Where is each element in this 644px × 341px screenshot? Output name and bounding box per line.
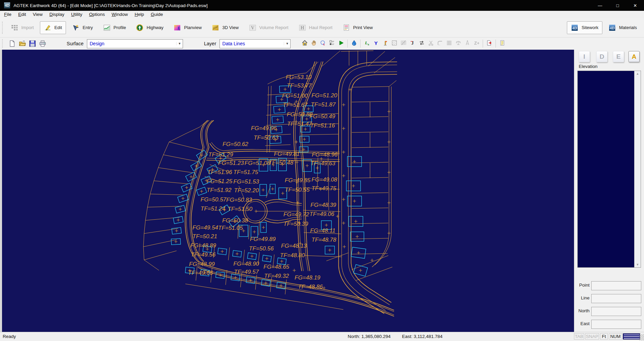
mode-button-a[interactable]: A — [628, 51, 640, 62]
chevron-down-icon[interactable]: ▼ — [284, 42, 290, 45]
menu-window[interactable]: Window — [108, 11, 131, 18]
resize-grip[interactable] — [639, 334, 644, 340]
indicator-snap[interactable]: SNAP — [585, 333, 599, 340]
volume-v-icon: V — [249, 24, 256, 31]
surface-combobox[interactable]: Design ▼ — [87, 39, 183, 48]
status-bar: Ready North: 1,365,080.294 East: 3,112,4… — [0, 332, 644, 341]
maximize-button[interactable]: □ — [609, 0, 626, 11]
highway-button[interactable]: Highway — [132, 21, 167, 34]
zoom-magnifier-button[interactable] — [319, 40, 327, 48]
pad-center-cross-icon — [352, 185, 355, 188]
toolbar-grip[interactable] — [2, 39, 4, 48]
save-floppy-button[interactable] — [29, 40, 36, 47]
elevation-label-text: FG=48.89 — [190, 242, 216, 249]
point-input[interactable] — [591, 281, 641, 290]
title-bar: 4D AGTEK Earthwork 4D (64) - [Edit Mode]… — [0, 0, 644, 11]
elevation-label-text: TF=51.92 — [207, 187, 232, 193]
pad-center-cross-icon — [356, 235, 359, 238]
inc-dec-button[interactable] — [328, 40, 336, 48]
pole-flag-button[interactable] — [381, 40, 389, 48]
pad-center-cross-icon — [221, 250, 224, 253]
close-button[interactable]: ✕ — [626, 0, 644, 11]
field-row-north: North — [574, 307, 644, 315]
3d-view-button[interactable]: 3D View — [208, 21, 243, 34]
east-input[interactable] — [591, 320, 641, 329]
north-input[interactable] — [591, 307, 641, 316]
menu-guide[interactable]: Guide — [147, 11, 166, 18]
logo-4d-icon: 4D — [608, 24, 616, 31]
cad-drawing[interactable]: FG=53.10TF=53.77FG=51.00FG=51.20TF=51.67… — [2, 50, 574, 332]
open-folder-button[interactable] — [19, 40, 26, 47]
line-input[interactable] — [591, 294, 641, 303]
profile-button[interactable]: Profile — [99, 21, 130, 34]
button-label: Import — [21, 25, 34, 30]
menu-utility[interactable]: Utility — [68, 11, 86, 18]
fillet-corner-icon — [437, 40, 443, 47]
pad-center-cross-icon — [316, 167, 319, 170]
export-page-button[interactable] — [485, 40, 493, 48]
scroll-down-icon[interactable]: ▼ — [636, 262, 639, 267]
volume-report-button[interactable]: VVolume Report — [245, 21, 293, 34]
elevation-label-text: FG=53.10 — [286, 74, 312, 80]
mode-button-i[interactable]: I — [579, 51, 590, 62]
materials-button[interactable]: 4DMaterials — [604, 21, 641, 34]
menu-edit[interactable]: Edit — [15, 11, 29, 18]
button-label: Print View — [353, 25, 373, 30]
toolbar-separator — [496, 40, 496, 48]
cad-canvas[interactable]: FG=53.10TF=53.77FG=51.00FG=51.20TF=51.67… — [0, 50, 574, 332]
elevation-label-text: FG=51.25 — [207, 178, 233, 185]
menu-display[interactable]: Display — [46, 11, 68, 18]
hatch-button[interactable] — [390, 40, 398, 48]
wye-button[interactable]: Y — [372, 40, 380, 48]
chevron-down-icon[interactable]: ▼ — [176, 42, 183, 45]
columns-icon — [446, 40, 452, 47]
print-view-button[interactable]: Print View — [339, 21, 377, 34]
indicator-num[interactable]: NUM — [609, 333, 622, 340]
minimize-button[interactable]: — — [591, 0, 609, 11]
tick-cross-icon — [342, 103, 345, 106]
menu-view[interactable]: View — [29, 11, 46, 18]
mode-button-e[interactable]: E — [613, 51, 624, 62]
layer-label: Layer — [204, 41, 216, 46]
menu-file[interactable]: File — [1, 11, 15, 18]
elevation-label-text: TF=51.05 — [218, 225, 243, 231]
indicator-tab[interactable]: TAB — [574, 333, 584, 340]
elevation-label-text: FG=50.49 — [309, 113, 336, 120]
water-drop-button[interactable] — [350, 40, 358, 48]
line-label-button[interactable]: Ls — [363, 40, 371, 48]
haul-report-button[interactable]: HHaul Report — [295, 21, 337, 34]
pan-hand-icon — [311, 40, 317, 47]
elevation-scrollbar[interactable]: ▲ ▼ — [634, 71, 641, 267]
menu-options[interactable]: Options — [86, 11, 108, 18]
status-meter — [623, 333, 640, 340]
scroll-up-icon[interactable]: ▲ — [636, 71, 639, 76]
table-strike-icon — [400, 40, 407, 47]
home-button[interactable] — [301, 40, 308, 48]
track-arrow-button[interactable] — [337, 40, 345, 48]
pad-center-cross-icon — [262, 189, 265, 192]
indicator-ft[interactable]: Ft — [600, 333, 608, 340]
new-document-button[interactable] — [8, 40, 16, 47]
entry-button[interactable]: Entry — [68, 21, 97, 34]
notes-page-button[interactable] — [498, 40, 506, 48]
pan-hand-button[interactable] — [310, 40, 318, 48]
pad-center-cross-icon — [182, 197, 185, 200]
point-label: Point — [579, 283, 590, 288]
pad-center-cross-icon — [325, 224, 328, 227]
mode-button-d[interactable]: D — [596, 51, 607, 62]
sitework-button[interactable]: 4DSitework — [567, 21, 602, 34]
elevation-label-text: TF=51.96 — [207, 169, 232, 175]
elevation-listbox[interactable]: ▲ ▼ — [577, 71, 641, 268]
toolbar-grip[interactable] — [2, 22, 4, 34]
swap-arrows-button[interactable] — [418, 40, 426, 48]
planview-button[interactable]: FPlanview — [169, 21, 206, 34]
edit-button[interactable]: Edit — [40, 21, 66, 34]
import-button[interactable]: Import — [7, 21, 38, 34]
elevation-label-text: TF=51.67 — [283, 102, 308, 108]
pole-flag-icon — [382, 40, 388, 47]
home-icon — [302, 40, 308, 47]
menu-help[interactable]: Help — [131, 11, 147, 18]
print-button[interactable] — [39, 40, 46, 47]
layer-combobox[interactable]: Data Lines ▼ — [220, 39, 291, 48]
join-button[interactable]: J — [409, 40, 416, 48]
